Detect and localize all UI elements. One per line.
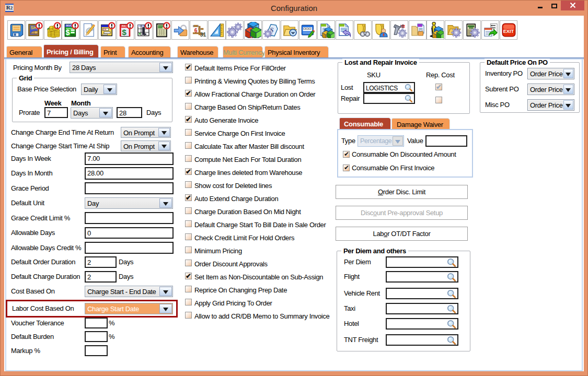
svg-text:6: 6 (194, 27, 198, 33)
svg-text:$: $ (122, 28, 126, 37)
svg-text:31: 31 (200, 31, 206, 38)
svg-text:$: $ (66, 28, 70, 37)
svg-text:EXIT: EXIT (503, 29, 514, 34)
